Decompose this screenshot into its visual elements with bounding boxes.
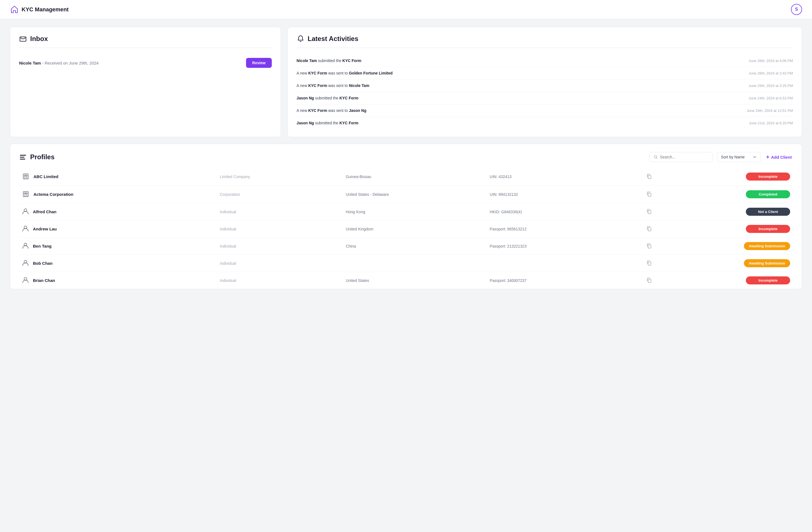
building-icon (22, 190, 30, 198)
profile-name-cell: ABC Limited (22, 172, 214, 181)
activity-item: Jason Ng submitted the KYC Form June 24t… (297, 92, 793, 104)
profile-status-cell: Not a Client (667, 203, 793, 221)
profile-type: Individual (217, 203, 343, 221)
status-badge: Not a Client (746, 208, 790, 216)
status-badge: Completed (746, 190, 790, 198)
activities-title: Latest Activities (297, 35, 793, 48)
profile-type: Individual (217, 272, 343, 289)
inbox-title: Inbox (19, 35, 272, 48)
activity-item: A new KYC Form was sent to Golden Fortun… (297, 67, 793, 80)
profile-status-cell: Awaiting Submission (667, 238, 793, 255)
svg-rect-3 (20, 159, 25, 159)
profile-type: Limited Company (217, 168, 343, 185)
review-button[interactable]: Review (246, 58, 272, 68)
building-icon (22, 172, 30, 180)
svg-rect-5 (23, 174, 28, 179)
svg-rect-18 (648, 210, 651, 214)
copy-icon[interactable] (646, 173, 652, 179)
user-avatar[interactable]: S (791, 4, 802, 15)
table-row: Bob Chan Individual Awaiting Submission (19, 255, 793, 272)
status-badge: Incomplete (746, 276, 790, 284)
profile-type: Corporation (217, 185, 343, 203)
copy-cell[interactable] (631, 255, 667, 272)
copy-cell[interactable] (631, 203, 667, 221)
profile-country: United Kingdom (343, 221, 487, 238)
profile-id: Passport: 965613212 (487, 221, 631, 238)
profile-name: Ben Tang (33, 244, 52, 248)
search-input[interactable] (660, 155, 709, 159)
svg-rect-8 (25, 177, 27, 179)
svg-rect-11 (23, 192, 28, 197)
profile-name: Brian Chan (33, 278, 55, 283)
profile-type: Individual (217, 255, 343, 272)
copy-icon[interactable] (646, 209, 652, 214)
copy-cell[interactable] (631, 238, 667, 255)
person-icon (22, 276, 29, 284)
activity-list: Nicole Tam submitted the KYC Form June 2… (297, 55, 793, 129)
status-badge: Awaiting Submission (744, 242, 790, 250)
copy-icon[interactable] (646, 243, 652, 248)
profiles-controls: Sort by Name + Add Client (650, 152, 793, 162)
copy-cell[interactable] (631, 221, 667, 238)
activity-item: A new KYC Form was sent to Jason Ng June… (297, 104, 793, 117)
svg-rect-24 (648, 262, 651, 265)
profile-status-cell: Incomplete (667, 168, 793, 185)
copy-cell[interactable] (631, 168, 667, 185)
profile-country (343, 255, 487, 272)
activity-item: Jason Ng submitted the KYC Form June 21s… (297, 117, 793, 129)
svg-rect-22 (648, 245, 651, 248)
profile-name: Actema Corporation (33, 192, 73, 197)
profiles-title: Profiles (19, 153, 55, 161)
copy-icon[interactable] (646, 260, 652, 266)
svg-rect-10 (648, 175, 651, 179)
svg-rect-16 (648, 193, 651, 196)
inbox-item: Nicole Tam - Received on June 29th, 2024… (19, 55, 272, 71)
profile-status-cell: Incomplete (667, 272, 793, 289)
profile-name-cell: Actema Corporation (22, 190, 214, 199)
person-icon (22, 259, 29, 266)
status-badge: Awaiting Submission (744, 259, 790, 267)
bell-icon (297, 35, 304, 43)
table-row: ABC Limited Limited Company Guinea-Bissa… (19, 168, 793, 185)
profile-id: HKID: G846336(4) (487, 203, 631, 221)
profiles-table: ABC Limited Limited Company Guinea-Bissa… (19, 168, 793, 289)
profile-id: UIN: 432413 (487, 168, 631, 185)
status-badge: Incomplete (746, 225, 790, 233)
chevron-down-icon (753, 155, 757, 159)
profiles-header: Profiles Sort by Name + (19, 152, 793, 162)
person-icon (22, 208, 29, 215)
status-badge: Incomplete (746, 172, 790, 181)
profile-type: Individual (217, 238, 343, 255)
person-icon (22, 225, 29, 232)
app-header: KYC Management S (0, 0, 812, 19)
svg-rect-1 (20, 155, 26, 156)
inbox-icon (19, 35, 27, 43)
copy-cell[interactable] (631, 185, 667, 203)
search-icon (654, 155, 657, 159)
profile-country: China (343, 238, 487, 255)
search-box[interactable] (650, 152, 713, 162)
profile-type: Individual (217, 221, 343, 238)
profile-id: Passport: 213221323 (487, 238, 631, 255)
table-row: Alfred Chan Individual Hong Kong HKID: G… (19, 203, 793, 221)
copy-icon[interactable] (646, 191, 652, 197)
profile-name: Alfred Chan (33, 209, 56, 214)
profile-status-cell: Completed (667, 185, 793, 203)
profiles-icon (19, 153, 27, 161)
profile-name: Andrew Lau (33, 226, 57, 231)
profile-name-cell: Andrew Lau (22, 225, 214, 233)
profile-name: ABC Limited (33, 174, 58, 179)
person-icon (22, 242, 29, 249)
copy-cell[interactable] (631, 272, 667, 289)
svg-rect-26 (648, 279, 651, 282)
activity-item: Nicole Tam submitted the KYC Form June 2… (297, 55, 793, 67)
copy-icon[interactable] (646, 277, 652, 283)
app-title: KYC Management (21, 6, 69, 13)
profile-country: Hong Kong (343, 203, 487, 221)
profile-country: United States - Delaware (343, 185, 487, 203)
add-client-button[interactable]: + Add Client (765, 152, 793, 162)
sort-dropdown[interactable]: Sort by Name (717, 152, 761, 162)
svg-rect-20 (648, 228, 651, 231)
profile-id: Passport: 340007237 (487, 272, 631, 289)
copy-icon[interactable] (646, 226, 652, 231)
